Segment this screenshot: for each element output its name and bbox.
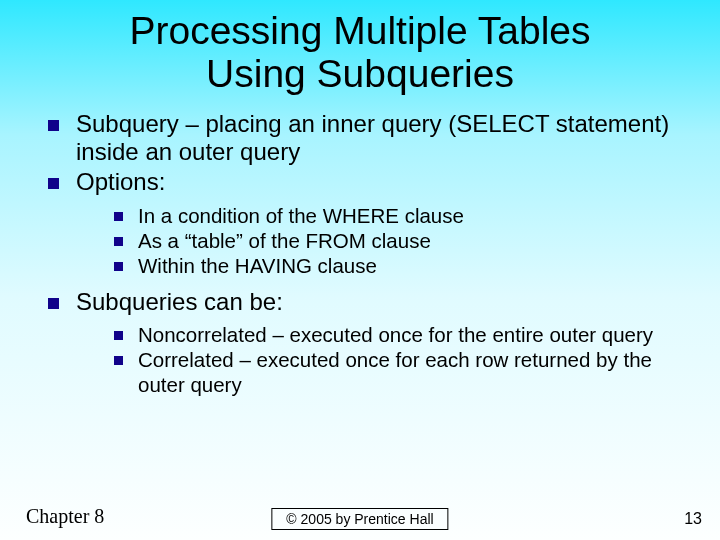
copyright-box: © 2005 by Prentice Hall [271, 508, 448, 530]
bullet-list-level2: Noncorrelated – executed once for the en… [76, 316, 680, 405]
bullet-text: Subqueries can be: [76, 288, 283, 315]
list-item: Noncorrelated – executed once for the en… [108, 322, 680, 347]
list-item: In a condition of the WHERE clause [108, 203, 680, 228]
bullet-list-level1: Subquery – placing an inner query (SELEC… [40, 110, 680, 405]
bullet-text: As a “table” of the FROM clause [138, 229, 431, 252]
bullet-list-level2: In a condition of the WHERE clause As a … [76, 197, 680, 286]
page-number: 13 [684, 510, 702, 528]
list-item: Correlated – executed once for each row … [108, 347, 680, 397]
chapter-label: Chapter 8 [26, 505, 104, 528]
bullet-text: In a condition of the WHERE clause [138, 204, 464, 227]
title-line-1: Processing Multiple Tables [129, 9, 590, 52]
list-item: Subquery – placing an inner query (SELEC… [40, 110, 680, 167]
slide-title: Processing Multiple Tables Using Subquer… [0, 0, 720, 96]
list-item: Subqueries can be: Noncorrelated – execu… [40, 288, 680, 405]
bullet-text: Correlated – executed once for each row … [138, 348, 652, 396]
list-item: Within the HAVING clause [108, 253, 680, 278]
list-item: Options: In a condition of the WHERE cla… [40, 168, 680, 285]
bullet-text: Within the HAVING clause [138, 254, 377, 277]
list-item: As a “table” of the FROM clause [108, 228, 680, 253]
bullet-text: Options: [76, 168, 165, 195]
title-line-2: Using Subqueries [206, 52, 514, 95]
slide-body: Subquery – placing an inner query (SELEC… [0, 96, 720, 405]
bullet-text: Noncorrelated – executed once for the en… [138, 323, 653, 346]
bullet-text: Subquery – placing an inner query (SELEC… [76, 110, 669, 165]
